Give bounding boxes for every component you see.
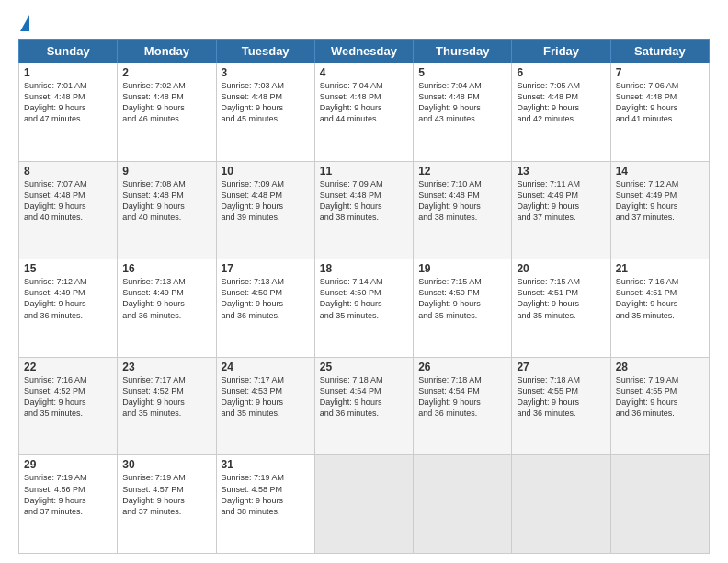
calendar-cell: 13 Sunrise: 7:11 AMSunset: 4:49 PMDaylig… [512,161,610,259]
calendar-table: SundayMondayTuesdayWednesdayThursdayFrid… [18,39,710,554]
calendar-cell: 15 Sunrise: 7:12 AMSunset: 4:49 PMDaylig… [19,259,118,358]
calendar-header-thursday: Thursday [414,40,512,63]
calendar-cell: 23 Sunrise: 7:17 AMSunset: 4:52 PMDaylig… [118,357,216,455]
calendar-header-monday: Monday [118,40,216,63]
day-info: Sunrise: 7:19 AMSunset: 4:55 PMDaylight:… [616,375,679,418]
day-number: 21 [616,262,704,275]
day-info: Sunrise: 7:06 AMSunset: 4:48 PMDaylight:… [616,81,679,123]
calendar-cell: 3 Sunrise: 7:03 AMSunset: 4:48 PMDayligh… [216,63,314,162]
day-number: 20 [517,262,605,275]
day-number: 24 [222,361,310,373]
day-info: Sunrise: 7:04 AMSunset: 4:48 PMDaylight:… [320,81,383,123]
day-number: 19 [418,262,506,275]
day-info: Sunrise: 7:17 AMSunset: 4:53 PMDaylight:… [222,375,285,418]
calendar-cell: 21 Sunrise: 7:16 AMSunset: 4:51 PMDaylig… [610,259,709,358]
day-info: Sunrise: 7:15 AMSunset: 4:51 PMDaylight:… [517,277,580,319]
page: SundayMondayTuesdayWednesdayThursdayFrid… [0,0,728,563]
day-number: 16 [122,262,210,275]
calendar-cell: 2 Sunrise: 7:02 AMSunset: 4:48 PMDayligh… [118,63,216,162]
day-number: 7 [616,66,704,79]
day-info: Sunrise: 7:18 AMSunset: 4:54 PMDaylight:… [418,375,482,418]
calendar-header-tuesday: Tuesday [216,40,314,63]
calendar-cell: 18 Sunrise: 7:14 AMSunset: 4:50 PMDaylig… [314,259,413,358]
calendar-cell: 20 Sunrise: 7:15 AMSunset: 4:51 PMDaylig… [512,259,610,358]
day-info: Sunrise: 7:16 AMSunset: 4:52 PMDaylight:… [24,375,87,418]
calendar-week-5: 29 Sunrise: 7:19 AMSunset: 4:56 PMDaylig… [19,455,710,554]
calendar-cell [414,455,512,554]
calendar-cell: 4 Sunrise: 7:04 AMSunset: 4:48 PMDayligh… [314,63,413,162]
calendar-cell: 11 Sunrise: 7:09 AMSunset: 4:48 PMDaylig… [314,161,413,259]
day-info: Sunrise: 7:16 AMSunset: 4:51 PMDaylight:… [616,277,679,319]
calendar-cell [314,455,413,554]
day-number: 26 [418,361,506,373]
day-info: Sunrise: 7:15 AMSunset: 4:50 PMDaylight:… [418,277,482,319]
calendar-cell: 31 Sunrise: 7:19 AMSunset: 4:58 PMDaylig… [216,455,314,554]
day-number: 15 [24,262,112,275]
day-number: 3 [222,66,310,79]
header [18,15,710,33]
day-info: Sunrise: 7:09 AMSunset: 4:48 PMDaylight:… [222,179,285,222]
day-number: 18 [320,262,408,275]
day-info: Sunrise: 7:05 AMSunset: 4:48 PMDaylight:… [517,81,580,123]
calendar-header-row: SundayMondayTuesdayWednesdayThursdayFrid… [19,40,710,63]
day-number: 17 [222,262,310,275]
calendar-cell: 29 Sunrise: 7:19 AMSunset: 4:56 PMDaylig… [19,455,118,554]
day-info: Sunrise: 7:13 AMSunset: 4:49 PMDaylight:… [122,277,186,319]
day-info: Sunrise: 7:18 AMSunset: 4:54 PMDaylight:… [320,375,383,418]
day-info: Sunrise: 7:19 AMSunset: 4:56 PMDaylight:… [24,473,87,515]
calendar-cell: 12 Sunrise: 7:10 AMSunset: 4:48 PMDaylig… [414,161,512,259]
calendar-cell: 27 Sunrise: 7:18 AMSunset: 4:55 PMDaylig… [512,357,610,455]
day-number: 29 [24,458,112,471]
calendar-cell: 6 Sunrise: 7:05 AMSunset: 4:48 PMDayligh… [512,63,610,162]
day-number: 27 [517,361,605,373]
calendar-cell: 5 Sunrise: 7:04 AMSunset: 4:48 PMDayligh… [414,63,512,162]
calendar-week-1: 1 Sunrise: 7:01 AMSunset: 4:48 PMDayligh… [19,63,710,162]
day-info: Sunrise: 7:04 AMSunset: 4:48 PMDaylight:… [418,81,482,123]
day-number: 9 [122,165,210,178]
calendar-cell: 1 Sunrise: 7:01 AMSunset: 4:48 PMDayligh… [19,63,118,162]
calendar-cell [512,455,610,554]
logo-triangle-icon [20,15,29,31]
calendar-header-saturday: Saturday [610,40,709,63]
calendar-header-wednesday: Wednesday [314,40,413,63]
calendar-cell: 9 Sunrise: 7:08 AMSunset: 4:48 PMDayligh… [118,161,216,259]
calendar-week-4: 22 Sunrise: 7:16 AMSunset: 4:52 PMDaylig… [19,357,710,455]
day-info: Sunrise: 7:14 AMSunset: 4:50 PMDaylight:… [320,277,383,319]
logo-text [18,15,29,33]
calendar-header-sunday: Sunday [19,40,118,63]
day-number: 11 [320,165,408,178]
day-info: Sunrise: 7:13 AMSunset: 4:50 PMDaylight:… [222,277,285,319]
day-info: Sunrise: 7:19 AMSunset: 4:58 PMDaylight:… [222,473,285,515]
day-number: 31 [222,458,310,471]
day-number: 10 [222,165,310,178]
day-number: 2 [122,66,210,79]
calendar-header-friday: Friday [512,40,610,63]
day-info: Sunrise: 7:18 AMSunset: 4:55 PMDaylight:… [517,375,580,418]
day-number: 23 [122,361,210,373]
day-number: 12 [418,165,506,178]
day-number: 8 [24,165,112,178]
day-number: 14 [616,165,704,178]
day-info: Sunrise: 7:09 AMSunset: 4:48 PMDaylight:… [320,179,383,222]
day-info: Sunrise: 7:08 AMSunset: 4:48 PMDaylight:… [122,179,186,222]
calendar-cell: 28 Sunrise: 7:19 AMSunset: 4:55 PMDaylig… [610,357,709,455]
day-number: 5 [418,66,506,79]
day-number: 30 [122,458,210,471]
day-number: 6 [517,66,605,79]
day-info: Sunrise: 7:12 AMSunset: 4:49 PMDaylight:… [24,277,87,319]
calendar-cell: 16 Sunrise: 7:13 AMSunset: 4:49 PMDaylig… [118,259,216,358]
day-number: 1 [24,66,112,79]
day-info: Sunrise: 7:02 AMSunset: 4:48 PMDaylight:… [122,81,186,123]
day-number: 25 [320,361,408,373]
day-info: Sunrise: 7:12 AMSunset: 4:49 PMDaylight:… [616,179,679,222]
day-info: Sunrise: 7:19 AMSunset: 4:57 PMDaylight:… [122,473,186,515]
calendar-cell: 10 Sunrise: 7:09 AMSunset: 4:48 PMDaylig… [216,161,314,259]
calendar-cell: 30 Sunrise: 7:19 AMSunset: 4:57 PMDaylig… [118,455,216,554]
calendar-cell: 24 Sunrise: 7:17 AMSunset: 4:53 PMDaylig… [216,357,314,455]
day-number: 28 [616,361,704,373]
day-number: 13 [517,165,605,178]
calendar-cell: 26 Sunrise: 7:18 AMSunset: 4:54 PMDaylig… [414,357,512,455]
day-number: 22 [24,361,112,373]
calendar-week-3: 15 Sunrise: 7:12 AMSunset: 4:49 PMDaylig… [19,259,710,358]
logo [18,15,29,33]
